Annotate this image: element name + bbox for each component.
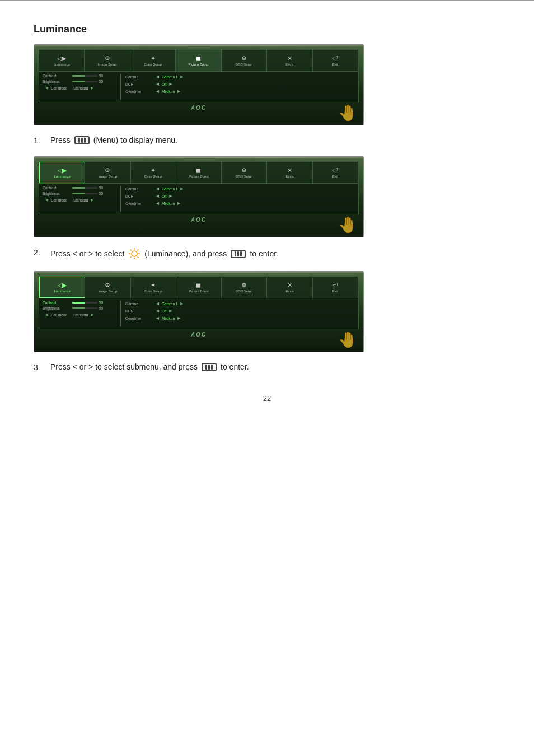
top-divider [0, 0, 534, 1]
osd-menubar-2: ◁▶ Luminance ⚙ Image Setup ✦ Color Setup… [39, 161, 359, 184]
osd-item-colorsetup-1: ✦ Color Setup [130, 50, 176, 71]
osd-item-extra-1: ✕ Extra [267, 50, 312, 71]
osd-item-extra-2: ✕ Extra [267, 162, 312, 183]
svg-line-8 [130, 257, 132, 258]
osd-item-exit-2: ⏎ Exit [313, 162, 358, 183]
monitor-screen-1: ◁▶ Luminance ⚙ Image Setup ✦ Color Setup… [34, 44, 364, 125]
step-2-content: Press < or > to select (Luminance), and … [50, 248, 278, 260]
osd-item-luminance-3: ◁▶ Luminance [39, 277, 85, 298]
osd-item-colorsetup-3: ✦ Color Setup [131, 277, 176, 298]
osd-item-exit-3: ⏎ Exit [313, 277, 358, 298]
osd-item-luminance-1: ◁▶ Luminance [39, 50, 85, 71]
osd-right-2: Gamma ◄ Gamma 1 ► DCR ◄ Off ► Overdr [121, 186, 355, 212]
step-1-content: Press (Menu) to display menu. [50, 136, 177, 144]
osd-item-colorsetup-2: ✦ Color Setup [131, 162, 176, 183]
step-2: 2. Press < or > to select (Luminance), a… [34, 248, 500, 260]
osd-content-3: Contrast 50 Brightness 50 ◄ Eco mode [39, 298, 359, 329]
osd-item-osdsetup-2: ⚙ OSD Setup [222, 162, 267, 183]
step-2-text-before: Press < or > to select [50, 249, 124, 258]
osd-item-pictureboost-1: ◼ Picture Boost [176, 50, 221, 71]
aoc-logo-3: AOC [39, 332, 359, 338]
step-3-text-before: Press < or > to select submenu, and pres… [50, 362, 198, 371]
page-title: Luminance [34, 24, 500, 35]
svg-line-6 [138, 257, 139, 258]
monitor-screen-3: ◁▶ Luminance ⚙ Image Setup ✦ Color Setup… [34, 271, 364, 352]
luminance-icon [128, 248, 140, 260]
hand-icon-1: 🤚 [338, 104, 358, 122]
step-3: 3. Press < or > to select submenu, and p… [34, 362, 500, 372]
osd-right-1: Gamma ◄ Gamma 1 ► DCR ◄ Off ► Overdr [121, 74, 355, 100]
osd-item-exit-1: ⏎ Exit [313, 50, 358, 71]
osd-item-pictureboost-3: ◼ Picture Boost [176, 277, 222, 298]
step-3-text-after: to enter. [221, 362, 249, 371]
osd-item-osdsetup-1: ⚙ OSD Setup [222, 50, 267, 71]
osd-item-imagesetup-2: ⚙ Image Setup [85, 162, 130, 183]
step-1: 1. Press (Menu) to display menu. [34, 136, 500, 145]
step-1-number: 1. [34, 136, 50, 145]
osd-content-1: Contrast 50 Brightness 50 ◄ Eco mode [39, 72, 359, 102]
aoc-logo-2: AOC [39, 217, 359, 223]
osd-left-3: Contrast 50 Brightness 50 ◄ Eco mode [43, 301, 121, 326]
page-number: 22 [34, 394, 500, 403]
osd-overlay-2: ◁▶ Luminance ⚙ Image Setup ✦ Color Setup… [39, 161, 359, 232]
osd-item-imagesetup-3: ⚙ Image Setup [85, 277, 130, 298]
svg-line-7 [138, 250, 139, 251]
osd-item-imagesetup-1: ⚙ Image Setup [85, 50, 130, 71]
osd-content-2: Contrast 50 Brightness 50 ◄ Eco mode [39, 184, 359, 214]
step-2-text-after: to enter. [250, 249, 278, 258]
monitor-screen-2: ◁▶ Luminance ⚙ Image Setup ✦ Color Setup… [34, 156, 364, 237]
step-2-number: 2. [34, 248, 50, 257]
screenshot-1: ◁▶ Luminance ⚙ Image Setup ✦ Color Setup… [34, 44, 500, 125]
menu-button-icon-3 [202, 363, 217, 371]
osd-overlay-1: ◁▶ Luminance ⚙ Image Setup ✦ Color Setup… [39, 49, 359, 120]
aoc-logo-1: AOC [39, 105, 359, 111]
page-content: Luminance ◁▶ Luminance ⚙ Image Setup ✦ C… [0, 12, 534, 425]
step-1-text-after: (Menu) to display menu. [93, 136, 177, 144]
osd-item-luminance-2: ◁▶ Luminance [39, 162, 85, 183]
svg-line-5 [130, 250, 132, 251]
screenshot-3: ◁▶ Luminance ⚙ Image Setup ✦ Color Setup… [34, 271, 500, 352]
osd-right-3: Gamma ◄ Gamma 1 ► DCR ◄ Off ► Overdr [121, 301, 355, 326]
hand-icon-2: 🤚 [338, 216, 358, 234]
screenshot-2: ◁▶ Luminance ⚙ Image Setup ✦ Color Setup… [34, 156, 500, 237]
osd-left-2: Contrast 50 Brightness 50 ◄ Eco mode [43, 186, 121, 212]
menu-button-icon-2 [231, 250, 246, 258]
osd-item-extra-3: ✕ Extra [267, 277, 312, 298]
osd-item-pictureboost-2: ◼ Picture Boost [176, 162, 222, 183]
osd-menubar-3: ◁▶ Luminance ⚙ Image Setup ✦ Color Setup… [39, 276, 359, 298]
step-3-number: 3. [34, 362, 50, 372]
osd-item-osdsetup-3: ⚙ OSD Setup [222, 277, 267, 298]
step-3-content: Press < or > to select submenu, and pres… [50, 362, 249, 371]
menu-button-icon-1 [74, 136, 90, 144]
hand-icon-3: 🤚 [338, 330, 358, 349]
osd-menubar-1: ◁▶ Luminance ⚙ Image Setup ✦ Color Setup… [39, 49, 359, 72]
step-1-text-before: Press [50, 136, 71, 144]
svg-point-0 [132, 251, 137, 256]
osd-overlay-3: ◁▶ Luminance ⚙ Image Setup ✦ Color Setup… [39, 276, 359, 347]
step-2-text-middle: (Luminance), and press [144, 249, 227, 258]
osd-left-1: Contrast 50 Brightness 50 ◄ Eco mode [43, 74, 121, 100]
